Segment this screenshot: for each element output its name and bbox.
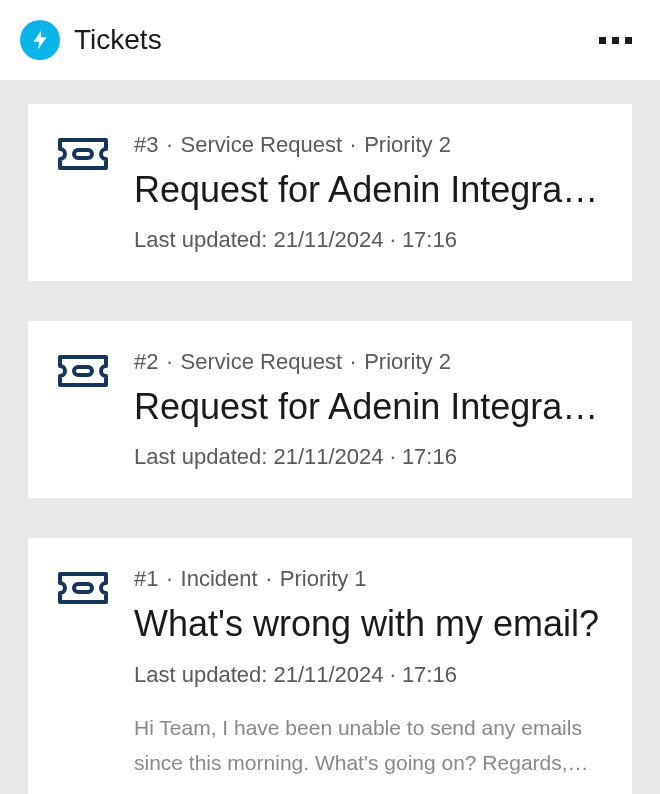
ticket-body: #3 · Service Request · Priority 2 Reques… [134, 132, 604, 253]
more-menu-dot-icon [625, 37, 632, 44]
header-left: Tickets [20, 20, 162, 60]
ticket-card[interactable]: #3 · Service Request · Priority 2 Reques… [28, 104, 632, 281]
ticket-type: Service Request [181, 349, 342, 375]
svg-rect-1 [74, 367, 92, 375]
app-title: Tickets [74, 24, 162, 56]
bolt-icon [29, 29, 51, 51]
ticket-updated: Last updated: 21/11/2024 · 17:16 [134, 662, 604, 688]
ticket-updated: Last updated: 21/11/2024 · 17:16 [134, 227, 604, 253]
ticket-updated: Last updated: 21/11/2024 · 17:16 [134, 444, 604, 470]
ticket-card[interactable]: #1 · Incident · Priority 1 What's wrong … [28, 538, 632, 794]
ticket-type: Service Request [181, 132, 342, 158]
app-header: Tickets [0, 0, 660, 80]
tickets-list: #3 · Service Request · Priority 2 Reques… [0, 80, 660, 794]
ticket-meta: #1 · Incident · Priority 1 [134, 566, 604, 592]
ticket-icon [56, 353, 110, 393]
more-menu-dot-icon [599, 37, 606, 44]
ticket-meta: #3 · Service Request · Priority 2 [134, 132, 604, 158]
ticket-icon [56, 136, 110, 176]
ticket-title: What's wrong with my email? [134, 602, 604, 645]
ticket-type: Incident [181, 566, 258, 592]
ticket-priority: Priority 2 [364, 349, 451, 375]
ticket-title: Request for Adenin Integration Setup [134, 385, 604, 428]
more-menu-dot-icon [612, 37, 619, 44]
ticket-title: Request for Adenin Integration Setup [134, 168, 604, 211]
ticket-priority: Priority 1 [280, 566, 367, 592]
svg-rect-0 [74, 150, 92, 158]
ticket-meta: #2 · Service Request · Priority 2 [134, 349, 604, 375]
svg-rect-2 [74, 584, 92, 592]
ticket-id: #2 [134, 349, 158, 375]
ticket-body: #2 · Service Request · Priority 2 Reques… [134, 349, 604, 470]
ticket-body: #1 · Incident · Priority 1 What's wrong … [134, 566, 604, 781]
ticket-card[interactable]: #2 · Service Request · Priority 2 Reques… [28, 321, 632, 498]
ticket-id: #3 [134, 132, 158, 158]
app-logo [20, 20, 60, 60]
more-menu-button[interactable] [591, 29, 640, 52]
ticket-priority: Priority 2 [364, 132, 451, 158]
ticket-icon [56, 570, 110, 610]
ticket-body-text: Hi Team, I have been unable to send any … [134, 710, 604, 781]
ticket-id: #1 [134, 566, 158, 592]
